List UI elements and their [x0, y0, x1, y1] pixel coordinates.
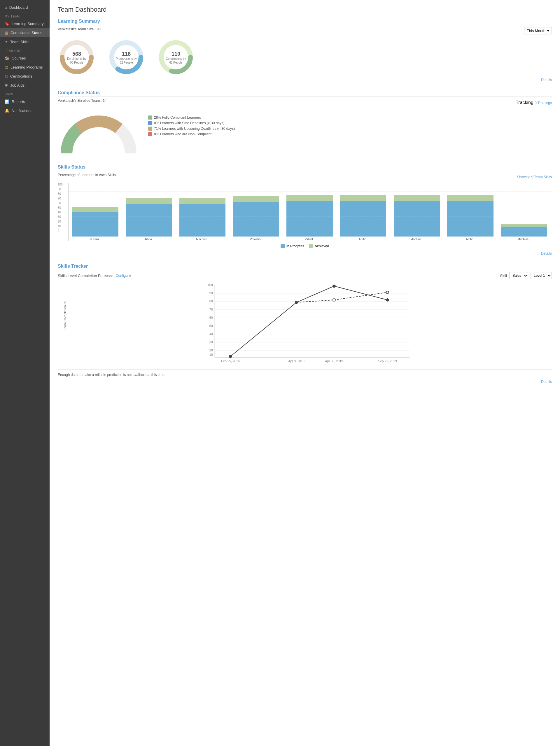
svg-text:90: 90 — [209, 291, 213, 295]
legend-color-noncompliant — [148, 132, 152, 136]
layers-icon: ▤ — [5, 65, 8, 69]
bar-in-progress — [286, 201, 333, 236]
month-label: This Month — [527, 29, 545, 33]
skills-bar-chart: 0 10 20 30 40 50 60 70 80 90 100 — [58, 183, 552, 241]
legend-color-upcoming — [148, 126, 152, 131]
svg-text:30: 30 — [209, 340, 213, 344]
bar-group: Artifio.. — [123, 198, 175, 241]
skill-select[interactable]: Sales — [509, 272, 528, 279]
bar-x-label: Phtosho.. — [249, 238, 264, 241]
section-skills-tracker: Skills Tracker Skills Level Completion F… — [58, 264, 552, 384]
wrench-icon: ✱ — [5, 83, 8, 87]
svg-text:Feb 25, 2016: Feb 25, 2016 — [221, 359, 240, 363]
bar-in-progress — [179, 204, 225, 236]
sidebar-item-compliance-status[interactable]: ▦ Compliance Status — [0, 28, 50, 37]
bar-x-label: eLearni.. — [88, 238, 103, 241]
svg-text:10: 10 — [209, 353, 213, 356]
tracking-link[interactable]: 0 Trainings — [535, 101, 552, 105]
sidebar-item-certifications[interactable]: ◎ Certifications — [0, 72, 50, 81]
skills-status-title: Skills Status — [58, 165, 552, 171]
completions-donut: 110 Completions by 62 People — [157, 38, 195, 76]
sidebar-item-learning-programs[interactable]: ▤ Learning Programs — [0, 63, 50, 72]
configure-link[interactable]: Configure — [116, 274, 131, 278]
forecast-label: Skills Level Completion Forecast — [58, 274, 113, 278]
sidebar-item-learning-summary[interactable]: 🔖 Learning Summary — [0, 19, 50, 28]
sidebar-section-my-team: MY TEAM — [0, 12, 50, 19]
sidebar-item-team-skills[interactable]: ✦ Team Skills — [0, 37, 50, 46]
star-icon: ✦ — [5, 40, 8, 44]
bar-in-progress — [447, 201, 493, 236]
bar-x-label: Machine.. — [195, 238, 210, 241]
svg-text:100: 100 — [208, 283, 213, 287]
svg-text:60: 60 — [209, 316, 213, 319]
bar-x-label: Artific.. — [356, 238, 371, 241]
y-axis-label: Team Completion % — [63, 316, 67, 330]
svg-text:62 People: 62 People — [169, 61, 182, 64]
grid-icon: ▦ — [5, 31, 8, 35]
compliance-donut-chart — [58, 110, 139, 156]
showing-skills-link[interactable]: Showing 9 Team Skills — [517, 175, 552, 179]
bar-achieved — [233, 196, 279, 202]
sidebar-item-job-aids[interactable]: ✱ Job Aids — [0, 81, 50, 90]
bar-group: Artific.. — [337, 195, 389, 241]
svg-point-43 — [386, 291, 389, 294]
bar-x-label: Artifio.. — [141, 238, 157, 241]
bar-in-progress — [394, 201, 440, 236]
compliance-status-title: Compliance Status — [58, 90, 552, 97]
svg-point-15 — [78, 133, 119, 156]
svg-text:40: 40 — [209, 332, 213, 336]
skills-subtitle: Percentage of Learners in each Skills — [58, 173, 116, 177]
svg-point-42 — [333, 298, 335, 301]
line-chart-svg: 100 90 80 70 60 50 40 30 20 10 — [72, 282, 552, 364]
sidebar-item-notifications[interactable]: 🔔 Notifications — [0, 106, 50, 115]
legend-label-noncompliant: 0% Learners who are Non Compliant — [154, 132, 212, 136]
bar-achieved — [286, 195, 333, 201]
bar-achieved — [126, 198, 172, 204]
legend-item-noncompliant: 0% Learners who are Non Compliant — [148, 132, 235, 136]
skills-tracker-details-link[interactable]: Details — [541, 380, 552, 384]
bar-chart-legend: In Progress Achieved — [58, 244, 552, 250]
month-dropdown[interactable]: This Month ▾ — [524, 27, 552, 34]
bell-icon: 🔔 — [5, 109, 9, 113]
home-icon: ⌂ — [5, 5, 7, 10]
bar-group: Machine.. — [498, 224, 550, 241]
sidebar-logo-label: Dashboard — [9, 5, 28, 10]
bar-achieved — [179, 198, 225, 204]
chevron-down-icon: ▾ — [547, 29, 549, 33]
tracking-text: Tracking — [516, 100, 535, 105]
sidebar-section-learning: LEARNING — [0, 46, 50, 54]
sidebar-item-courses[interactable]: 📚 Courses — [0, 54, 50, 63]
sidebar-dashboard[interactable]: ⌂ Dashboard — [0, 3, 50, 12]
certificate-icon: ◎ — [5, 74, 8, 79]
bar-in-progress — [340, 201, 386, 236]
page-title: Team Dashboard — [58, 6, 552, 13]
bar-x-label: Artific.. — [463, 238, 478, 241]
level-select[interactable]: Level 1 — [531, 272, 552, 279]
bar-group: Machine.. — [391, 195, 443, 241]
bar-chart-inner: eLearni..Artifio..Machine..Phtosho..Virt… — [68, 183, 552, 241]
svg-text:62 People: 62 People — [119, 61, 133, 64]
svg-text:80: 80 — [209, 299, 213, 303]
skills-meta: Percentage of Learners in each Skills Sh… — [58, 173, 552, 181]
svg-text:70: 70 — [209, 308, 213, 311]
section-learning-summary: Learning Summary Venkatesh's Team Size :… — [58, 19, 552, 82]
svg-point-41 — [386, 298, 389, 302]
progressions-donut: 118 Progressions by 62 People — [107, 38, 145, 76]
bar-x-label: Virtual.. — [302, 238, 317, 241]
svg-point-40 — [333, 285, 336, 288]
bar-group: Machine.. — [177, 198, 228, 241]
bar-group: Artific.. — [445, 195, 496, 241]
legend-color-safe — [148, 121, 152, 125]
svg-text:Completions by: Completions by — [166, 57, 186, 60]
bar-group: eLearni.. — [70, 207, 121, 241]
svg-text:Enrollments by: Enrollments by — [67, 57, 86, 60]
legend-label-upcoming: 71% Learners with Upcoming Deadlines (< … — [154, 126, 235, 131]
skills-status-details-link[interactable]: Details — [541, 251, 552, 256]
learning-summary-details-link[interactable]: Details — [541, 78, 552, 82]
book-icon: 📚 — [5, 56, 9, 60]
legend-item-compliant: 28% Fully Compliant Learners — [148, 115, 235, 120]
sidebar-item-reports[interactable]: 📊 Reports — [0, 97, 50, 106]
sidebar: ⌂ Dashboard MY TEAM 🔖 Learning Summary ▦… — [0, 0, 50, 746]
bar-in-progress — [501, 227, 547, 236]
completions-card: 110 Completions by 62 People — [157, 38, 195, 76]
